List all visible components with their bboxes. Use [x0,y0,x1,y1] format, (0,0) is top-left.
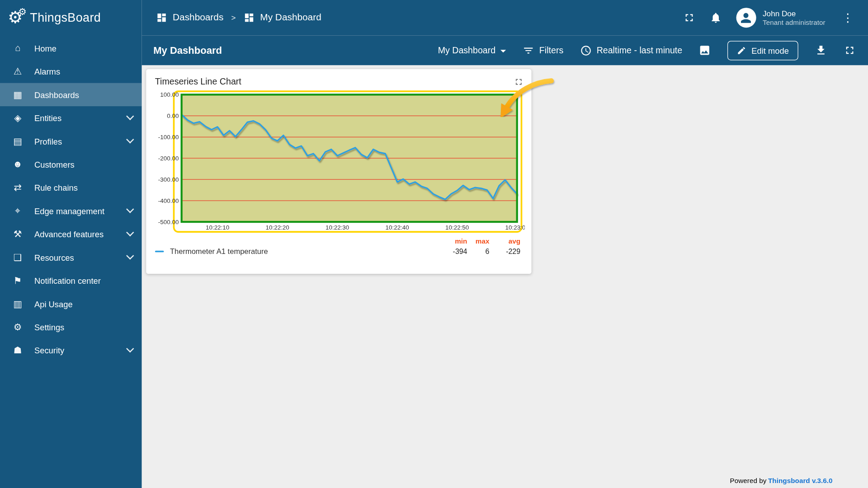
sidebar-item-dashboards[interactable]: ▦Dashboards [0,83,142,106]
dashboard-state-value: My Dashboard [438,45,495,55]
sidebar-item-label: Security [34,346,64,355]
legend-stats: min max avg -394 6 -229 [439,237,520,259]
powered-by-label: Powered by [730,477,767,485]
svg-text:10:22:10: 10:22:10 [206,224,229,231]
filters-label: Filters [539,45,563,55]
stat-min-label: min [439,237,467,245]
sidebar-item-api-usage[interactable]: ▥Api Usage [0,292,142,315]
footer: Powered byThingsboard v.3.6.0 [730,477,833,485]
chevron-down-icon [126,229,134,236]
svg-text:-400.00: -400.00 [158,197,179,204]
timeseries-line-chart: 100.000.00-100.00-200.00-300.00-400.00-5… [146,87,531,235]
sidebar-item-label: Dashboards [34,90,79,99]
sidebar-item-customers[interactable]: ☻Customers [0,153,142,176]
sidebar: ⚙ ⚙ ThingsBoard ⌂Home⚠Alarms▦Dashboards◈… [0,0,142,488]
dashboard-toolbar: My Dashboard My Dashboard Filters Realti… [142,35,868,65]
clock-icon [580,45,592,56]
svg-text:10:22:30: 10:22:30 [326,224,349,231]
breadcrumb-my-dashboard[interactable]: My Dashboard [244,12,321,23]
breadcrumb-separator: > [231,13,236,22]
legend-series-label: Thermometer A1 temperature [170,247,268,255]
chevron-down-icon [126,252,134,259]
advanced-features-icon: ⚒ [12,228,23,240]
image-export-icon[interactable] [699,44,711,56]
gear-small-icon: ⚙ [18,7,27,17]
user-role: Tenant administrator [763,18,826,27]
sidebar-item-security[interactable]: ☗Security [0,338,142,361]
filters-button[interactable]: Filters [523,45,563,56]
notifications-bell-icon[interactable] [709,12,722,24]
sidebar-item-profiles[interactable]: ▤Profiles [0,130,142,153]
sidebar-item-home[interactable]: ⌂Home [0,37,142,60]
header-actions: John Doe Tenant administrator ⋮ [683,8,854,28]
chart-legend: Thermometer A1 temperature min max avg -… [146,235,531,259]
stat-max-value: 6 [467,247,489,255]
sidebar-item-label: Home [34,43,57,53]
sidebar-item-settings[interactable]: ⚙Settings [0,315,142,338]
top-header: Dashboards > My Dashboard [142,0,868,35]
sidebar-item-advanced-features[interactable]: ⚒Advanced features [0,222,142,245]
sidebar-item-edge-management[interactable]: ⌖Edge management [0,199,142,222]
edge-management-icon: ⌖ [12,205,23,216]
thingsboard-version-link[interactable]: Thingsboard v.3.6.0 [768,477,833,485]
avatar[interactable] [736,8,756,28]
sidebar-item-label: Rule chains [34,183,78,192]
sidebar-item-label: Profiles [34,136,62,146]
breadcrumb-label: Dashboards [173,12,223,23]
sidebar-item-label: Settings [34,322,64,332]
toolbar-fullscreen-icon[interactable] [844,44,856,56]
dashboard-content: Timeseries Line Chart 100.000.00-100.00-… [142,65,868,488]
user-name: John Doe [763,8,826,18]
svg-text:10:22:50: 10:22:50 [445,224,469,231]
svg-text:-200.00: -200.00 [158,155,179,162]
legend-series[interactable]: Thermometer A1 temperature [155,247,268,259]
dashboard-icon [244,12,255,23]
timeseries-widget-card: Timeseries Line Chart 100.000.00-100.00-… [146,69,531,274]
kebab-menu-icon[interactable]: ⋮ [842,11,854,24]
sidebar-menu: ⌂Home⚠Alarms▦Dashboards◈Entities▤Profile… [0,35,142,361]
download-icon[interactable] [815,44,827,56]
notification-center-icon: ⚑ [12,275,23,286]
dashboard-state-select[interactable]: My Dashboard [438,45,506,55]
svg-text:-300.00: -300.00 [158,176,179,183]
entities-icon: ◈ [12,112,23,124]
resources-icon: ❏ [12,252,23,263]
api-usage-icon: ▥ [12,298,23,310]
sidebar-item-notification-center[interactable]: ⚑Notification center [0,269,142,292]
widget-fullscreen-icon[interactable] [514,77,524,87]
settings-icon: ⚙ [12,321,23,333]
breadcrumb-label: My Dashboard [260,12,321,23]
time-window-button[interactable]: Realtime - last minute [580,45,682,56]
breadcrumb-dashboards[interactable]: Dashboards [156,12,223,23]
time-window-label: Realtime - last minute [597,45,682,55]
logo-text: ThingsBoard [30,10,101,25]
svg-text:100.00: 100.00 [160,91,179,98]
fullscreen-icon[interactable] [683,12,695,24]
dashboards-grid-icon [156,12,167,23]
dashboards-icon: ▦ [12,89,23,101]
svg-text:10:23:00: 10:23:00 [505,224,524,231]
sidebar-item-label: Edge management [34,206,104,216]
widget-header: Timeseries Line Chart [146,69,531,87]
sidebar-item-label: Api Usage [34,299,73,309]
stat-min-value: -394 [439,247,467,255]
edit-mode-label: Edit mode [751,46,789,55]
chevron-down-icon [126,345,134,352]
rule-chains-icon: ⇄ [12,182,23,193]
breadcrumb: Dashboards > My Dashboard [156,12,321,23]
user-block[interactable]: John Doe Tenant administrator [763,8,826,27]
filter-icon [523,45,534,56]
edit-mode-button[interactable]: Edit mode [728,41,798,60]
sidebar-item-label: Customers [34,160,75,169]
security-icon: ☗ [12,344,23,356]
sidebar-item-label: Notification center [34,276,101,285]
chevron-down-icon [126,136,134,143]
logo[interactable]: ⚙ ⚙ ThingsBoard [0,0,142,35]
sidebar-item-alarms[interactable]: ⚠Alarms [0,60,142,83]
sidebar-item-resources[interactable]: ❏Resources [0,246,142,269]
sidebar-item-rule-chains[interactable]: ⇄Rule chains [0,176,142,199]
sidebar-item-label: Resources [34,253,74,262]
stat-avg-label: avg [489,237,520,245]
svg-text:-500.00: -500.00 [158,219,179,225]
sidebar-item-entities[interactable]: ◈Entities [0,106,142,129]
